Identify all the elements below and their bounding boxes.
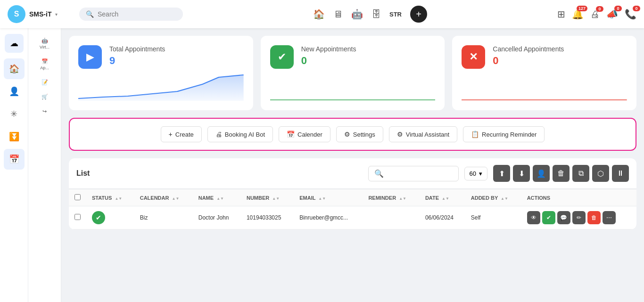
search-input[interactable] bbox=[98, 10, 173, 18]
recurring-reminder-icon: 📋 bbox=[471, 131, 479, 138]
megaphone-button[interactable]: 📣 0 bbox=[606, 8, 618, 20]
left-sidebar: 🤖 Virt... 📅 Ap... 📝 🛒 ↪ bbox=[28, 28, 61, 302]
top-navigation: S SMS-iT ▾ 🔍 🏠 🖥 🤖 🗄 STR + ⊞ 🔔 127 🖨 0 📣… bbox=[0, 0, 644, 28]
export-button[interactable]: ⬡ bbox=[592, 165, 609, 182]
col-email: EMAIL ▲▼ bbox=[294, 189, 363, 206]
add-button[interactable]: + bbox=[410, 6, 427, 23]
new-appointments-chart bbox=[270, 73, 436, 101]
sidebar-item-virt[interactable]: 🤖 Virt... bbox=[31, 34, 59, 54]
notification-badge: 127 bbox=[577, 6, 587, 11]
col-actions: ACTIONS bbox=[521, 189, 636, 206]
stat-card-cancelled-appointments: ✕ Cancelled Appointments 0 bbox=[452, 36, 636, 110]
pause-button[interactable]: ⏸ bbox=[612, 165, 629, 182]
copy-button[interactable]: ⧉ bbox=[572, 165, 589, 182]
row-name: Doctor John bbox=[193, 206, 241, 229]
create-button[interactable]: + Create bbox=[161, 126, 202, 142]
sidebar-item-network[interactable]: ✳ bbox=[4, 104, 25, 124]
list-search: 🔍 bbox=[368, 166, 459, 181]
table-container: STATUS ▲▼ CALENDAR ▲▼ NAME ▲▼ NUMBER ▲▼ … bbox=[69, 189, 636, 229]
avatar: S bbox=[8, 5, 25, 23]
per-page-select[interactable]: 60 ▾ bbox=[464, 167, 487, 180]
col-reminder: REMINDER ▲▼ bbox=[363, 189, 420, 206]
upload-button[interactable]: ⬆ bbox=[493, 165, 510, 182]
row-status: ✔ bbox=[86, 206, 134, 229]
appointments-table: STATUS ▲▼ CALENDAR ▲▼ NAME ▲▼ NUMBER ▲▼ … bbox=[69, 189, 636, 229]
new-appointments-value: 0 bbox=[301, 55, 436, 67]
row-action-check[interactable]: ✔ bbox=[542, 211, 555, 224]
phone-button[interactable]: 📞 0 bbox=[625, 8, 636, 20]
total-appointments-title: Total Appointments bbox=[109, 45, 244, 53]
home-nav-icon[interactable]: 🏠 bbox=[313, 8, 325, 20]
robot-nav-icon[interactable]: 🤖 bbox=[351, 8, 363, 20]
list-actions: ⬆ ⬇ 👤 🗑 ⧉ ⬡ ⏸ bbox=[493, 165, 629, 182]
notes-icon: 📝 bbox=[41, 79, 48, 85]
calender-icon: 📅 bbox=[287, 131, 295, 138]
create-icon: + bbox=[169, 131, 173, 138]
recurring-reminder-button[interactable]: 📋 Recurring Reminder bbox=[463, 126, 545, 142]
main-content: ▶ Total Appointments 9 bbox=[61, 28, 644, 302]
exit-icon: ↪ bbox=[42, 108, 47, 114]
megaphone-badge: 0 bbox=[614, 6, 622, 11]
row-checkbox[interactable] bbox=[74, 214, 81, 220]
select-all-checkbox[interactable] bbox=[74, 194, 81, 200]
stat-card-total-appointments: ▶ Total Appointments 9 bbox=[69, 36, 253, 110]
sidebar-item-calendar[interactable]: 📅 bbox=[4, 149, 25, 170]
brand-area: S SMS-iT ▾ bbox=[8, 5, 74, 23]
row-reminder bbox=[363, 206, 420, 229]
str-button[interactable]: STR bbox=[389, 11, 402, 18]
mini-logo: ☁ bbox=[5, 34, 24, 53]
sidebar-item-exit[interactable]: ↪ bbox=[31, 105, 59, 118]
virtual-assistant-button[interactable]: ⚙ Virtual Assistant bbox=[389, 126, 457, 142]
printer-badge: 0 bbox=[596, 6, 603, 12]
settings-button[interactable]: ⚙ Settings bbox=[336, 126, 383, 142]
status-active-icon: ✔ bbox=[92, 211, 105, 224]
mini-sidebar: ☁ 🏠 👤 ✳ ⏬ 📅 bbox=[0, 28, 28, 302]
per-page-chevron: ▾ bbox=[479, 170, 482, 177]
brand-chevron[interactable]: ▾ bbox=[55, 12, 58, 17]
list-section: List 🔍 60 ▾ ⬆ ⬇ 👤 🗑 ⧉ ⬡ ⏸ bbox=[69, 158, 636, 229]
table-header-row: STATUS ▲▼ CALENDAR ▲▼ NAME ▲▼ NUMBER ▲▼ … bbox=[69, 189, 636, 206]
stat-card-new-appointments: ✔ New Appointments 0 bbox=[261, 36, 445, 110]
col-calendar: CALENDAR ▲▼ bbox=[134, 189, 193, 206]
total-appointments-chart bbox=[78, 73, 244, 101]
user-add-button[interactable]: 👤 bbox=[533, 165, 550, 182]
list-header: List 🔍 60 ▾ ⬆ ⬇ 👤 🗑 ⧉ ⬡ ⏸ bbox=[69, 158, 636, 189]
row-action-msg[interactable]: 💬 bbox=[557, 211, 570, 224]
virt-icon: 🤖 bbox=[41, 38, 48, 44]
row-action-more[interactable]: ⋯ bbox=[603, 211, 616, 224]
nav-icons-group: 🏠 🖥 🤖 🗄 STR + bbox=[189, 6, 552, 23]
server-nav-icon[interactable]: 🗄 bbox=[372, 9, 381, 20]
sidebar-item-cart[interactable]: 🛒 bbox=[31, 90, 59, 104]
row-action-delete[interactable]: 🗑 bbox=[587, 211, 601, 224]
monitor-nav-icon[interactable]: 🖥 bbox=[333, 9, 343, 20]
download-button[interactable]: ⬇ bbox=[513, 165, 530, 182]
calender-button[interactable]: 📅 Calender bbox=[279, 126, 330, 142]
sidebar-item-notes[interactable]: 📝 bbox=[31, 75, 59, 89]
sidebar-item-funnel[interactable]: ⏬ bbox=[4, 126, 25, 147]
sidebar-item-ap[interactable]: 📅 Ap... bbox=[31, 55, 59, 74]
row-calendar: Biz bbox=[134, 206, 193, 229]
main-layout: ☁ 🏠 👤 ✳ ⏬ 📅 🤖 Virt... 📅 Ap... 📝 🛒 ↪ bbox=[0, 28, 644, 302]
trash-button[interactable]: 🗑 bbox=[553, 165, 570, 182]
total-appointments-value: 9 bbox=[109, 55, 244, 67]
list-title: List bbox=[76, 169, 363, 178]
booking-ai-bot-button[interactable]: 🖨 Booking AI Bot bbox=[207, 126, 273, 142]
row-action-view[interactable]: 👁 bbox=[527, 211, 540, 224]
search-bar: 🔍 bbox=[79, 8, 183, 21]
cancelled-appointments-title: Cancelled Appointments bbox=[493, 45, 627, 53]
printer-button[interactable]: 🖨 0 bbox=[590, 9, 600, 20]
cancelled-appointments-icon: ✕ bbox=[462, 45, 485, 69]
search-icon: 🔍 bbox=[86, 10, 94, 18]
list-search-input[interactable] bbox=[387, 170, 453, 177]
col-number: NUMBER ▲▼ bbox=[241, 189, 294, 206]
col-date: DATE ▲▼ bbox=[420, 189, 465, 206]
row-action-edit[interactable]: ✏ bbox=[572, 211, 586, 224]
sidebar-item-home[interactable]: 🏠 bbox=[4, 58, 25, 79]
row-actions: 👁 ✔ 💬 ✏ 🗑 ⋯ bbox=[521, 206, 636, 229]
total-appointments-icon: ▶ bbox=[78, 45, 102, 69]
grid-icon[interactable]: ⊞ bbox=[557, 8, 565, 20]
sidebar-item-person[interactable]: 👤 bbox=[4, 81, 25, 102]
virtual-assistant-icon: ⚙ bbox=[397, 131, 403, 138]
col-name: NAME ▲▼ bbox=[193, 189, 241, 206]
notifications-button[interactable]: 🔔 127 bbox=[572, 8, 584, 20]
